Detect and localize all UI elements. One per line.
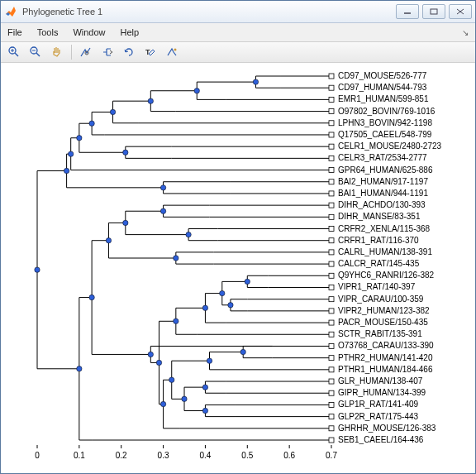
svg-point-191 bbox=[194, 89, 199, 93]
svg-rect-141 bbox=[329, 156, 334, 160]
svg-rect-167 bbox=[329, 309, 334, 314]
svg-text:0.3: 0.3 bbox=[158, 451, 169, 460]
leaf-label: BAI2_HUMAN/917-1197 bbox=[338, 177, 428, 186]
svg-point-195 bbox=[123, 150, 128, 155]
phylo-tree: 00.10.20.30.40.50.60.7CD97_MOUSE/526-777… bbox=[34, 69, 460, 467]
svg-point-202 bbox=[123, 220, 128, 225]
leaf-label: PTHR1_HUMAN/184-466 bbox=[338, 365, 433, 374]
svg-rect-145 bbox=[329, 180, 334, 184]
svg-text:0.6: 0.6 bbox=[283, 451, 295, 460]
svg-rect-165 bbox=[329, 297, 334, 302]
menu-file[interactable]: File bbox=[7, 27, 22, 37]
leaf-label: EMR1_HUMAN/599-851 bbox=[338, 94, 429, 103]
collapse-icon[interactable] bbox=[98, 43, 117, 61]
svg-point-211 bbox=[207, 358, 212, 363]
svg-rect-139 bbox=[329, 144, 334, 149]
svg-point-217 bbox=[156, 360, 161, 365]
svg-point-196 bbox=[77, 136, 82, 141]
leaf-label: DIHR_ACHDO/130-393 bbox=[338, 200, 426, 209]
leaf-label: GLR_HUMAN/138-407 bbox=[338, 376, 423, 385]
maximize-button[interactable] bbox=[422, 4, 445, 19]
leaf-label: LPHN3_BOVIN/942-1198 bbox=[338, 118, 432, 127]
titlebar: Phylogenetic Tree 1 bbox=[1, 1, 475, 23]
leaf-label: CALRL_HUMAN/138-391 bbox=[338, 247, 432, 256]
svg-point-193 bbox=[110, 109, 115, 114]
svg-point-190 bbox=[253, 79, 258, 84]
svg-point-201 bbox=[186, 232, 191, 237]
svg-rect-169 bbox=[329, 320, 334, 325]
close-button[interactable] bbox=[449, 4, 472, 19]
svg-point-219 bbox=[89, 294, 94, 299]
svg-rect-179 bbox=[329, 379, 334, 384]
svg-text:0.5: 0.5 bbox=[241, 451, 253, 460]
zoom-in-icon[interactable] bbox=[4, 43, 24, 61]
menu-tools[interactable]: Tools bbox=[37, 27, 59, 37]
leaf-label: PACR_MOUSE/150-435 bbox=[338, 318, 428, 327]
axes[interactable]: 00.10.20.30.40.50.60.7CD97_MOUSE/526-777… bbox=[34, 69, 460, 467]
leaf-label: CRFR1_RAT/116-370 bbox=[338, 236, 419, 245]
svg-rect-171 bbox=[329, 332, 334, 337]
svg-rect-185 bbox=[329, 414, 334, 419]
svg-rect-129 bbox=[329, 85, 334, 90]
svg-point-208 bbox=[202, 305, 207, 310]
menubar: File Tools Window Help ↘ bbox=[1, 23, 475, 42]
menu-window[interactable]: Window bbox=[73, 27, 105, 37]
leaf-label: VIPR2_HUMAN/123-382 bbox=[338, 306, 430, 315]
svg-rect-131 bbox=[329, 97, 334, 102]
options-icon[interactable] bbox=[162, 43, 182, 61]
svg-text:0.2: 0.2 bbox=[116, 451, 127, 460]
pan-icon[interactable] bbox=[47, 43, 67, 61]
leaf-label: BAI1_HUMAN/944-1191 bbox=[338, 189, 428, 198]
svg-point-216 bbox=[160, 401, 165, 406]
svg-rect-137 bbox=[329, 132, 334, 137]
svg-point-220 bbox=[77, 366, 82, 371]
leaf-label: O73768_CARAU/133-390 bbox=[338, 341, 434, 350]
svg-text:0: 0 bbox=[35, 451, 40, 460]
svg-point-221 bbox=[35, 267, 40, 272]
rotate-icon[interactable] bbox=[119, 43, 139, 61]
zoom-out-icon[interactable] bbox=[26, 43, 45, 61]
svg-point-198 bbox=[160, 185, 165, 190]
svg-rect-163 bbox=[329, 285, 334, 290]
leaf-label: Q9YHC6_RANRI/126-382 bbox=[338, 271, 435, 280]
svg-point-199 bbox=[64, 168, 69, 173]
leaf-label: PTHR2_HUMAN/141-420 bbox=[338, 353, 433, 362]
leaf-label: GLP2R_RAT/175-443 bbox=[338, 412, 419, 421]
svg-rect-147 bbox=[329, 191, 334, 196]
svg-rect-159 bbox=[329, 261, 334, 266]
svg-text:0.7: 0.7 bbox=[326, 451, 337, 460]
toolbar: T bbox=[1, 42, 475, 63]
svg-rect-133 bbox=[329, 109, 334, 114]
matlab-icon bbox=[4, 5, 17, 18]
svg-text:0.4: 0.4 bbox=[199, 451, 211, 460]
toolbar-separator bbox=[71, 45, 72, 60]
window-title: Phylogenetic Tree 1 bbox=[22, 7, 396, 17]
menu-help[interactable]: Help bbox=[121, 27, 140, 37]
svg-point-200 bbox=[160, 208, 165, 213]
svg-rect-161 bbox=[329, 273, 334, 278]
svg-point-212 bbox=[202, 385, 207, 390]
svg-rect-127 bbox=[329, 74, 334, 79]
figure-area: 00.10.20.30.40.50.60.7CD97_MOUSE/526-777… bbox=[1, 62, 475, 473]
svg-rect-175 bbox=[329, 356, 334, 361]
undock-icon[interactable]: ↘ bbox=[462, 28, 469, 37]
svg-point-210 bbox=[240, 349, 245, 354]
svg-point-203 bbox=[174, 256, 178, 261]
svg-point-206 bbox=[228, 303, 233, 308]
leaf-label: CELR3_RAT/2534-2777 bbox=[338, 153, 427, 162]
leaf-label: GHRHR_MOUSE/126-383 bbox=[338, 424, 436, 433]
svg-rect-153 bbox=[329, 227, 334, 232]
svg-rect-1 bbox=[431, 9, 437, 14]
svg-rect-183 bbox=[329, 402, 334, 407]
svg-text:0.1: 0.1 bbox=[74, 451, 85, 460]
inspect-icon[interactable] bbox=[76, 43, 96, 61]
minimize-button[interactable] bbox=[396, 4, 419, 19]
rename-icon[interactable]: T bbox=[140, 43, 160, 61]
svg-rect-149 bbox=[329, 203, 334, 208]
svg-rect-151 bbox=[329, 214, 334, 219]
svg-point-209 bbox=[174, 318, 178, 323]
leaf-label: GIPR_HUMAN/134-399 bbox=[338, 388, 426, 397]
leaf-label: DIHR_MANSE/83-351 bbox=[338, 212, 421, 221]
leaf-label: CD97_MOUSE/526-777 bbox=[338, 71, 427, 80]
svg-point-192 bbox=[148, 98, 153, 103]
